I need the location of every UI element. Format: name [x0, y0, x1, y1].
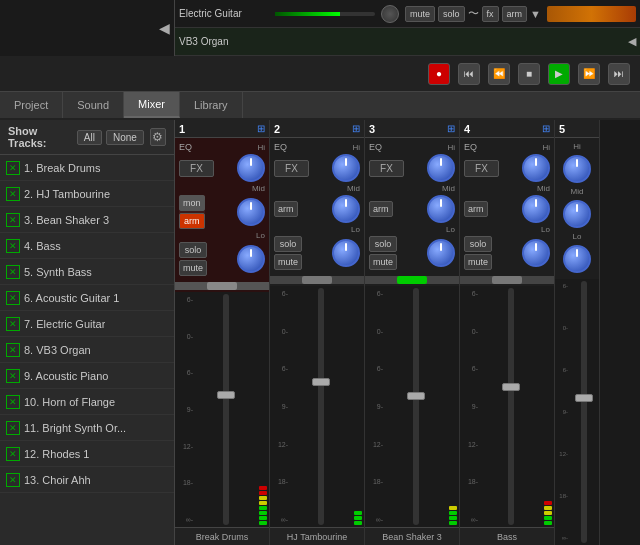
track-3-checkbox[interactable]: ✕ — [6, 213, 20, 227]
channel-3-lo-knob[interactable] — [427, 239, 455, 267]
channel-4-mid-knob[interactable] — [522, 195, 550, 223]
channel-3-grid-icon[interactable]: ⊞ — [447, 123, 455, 134]
channel-2-lo-knob[interactable] — [332, 239, 360, 267]
list-item[interactable]: ✕ 13. Choir Ahh — [0, 467, 174, 493]
channel-4-fx-button[interactable]: FX — [464, 160, 499, 177]
channel-1-fader-thumb[interactable] — [217, 391, 235, 399]
channel-1-send-knob[interactable] — [207, 282, 237, 290]
list-item[interactable]: ✕ 4. Bass — [0, 233, 174, 259]
channel-3-arm-button[interactable]: arm — [369, 201, 393, 217]
list-item[interactable]: ✕ 6. Acoustic Guitar 1 — [0, 285, 174, 311]
track-5-checkbox[interactable]: ✕ — [6, 265, 20, 279]
list-item[interactable]: ✕ 8. VB3 Organ — [0, 337, 174, 363]
scroll-arrow-icon[interactable]: ◀ — [159, 20, 170, 36]
channel-5-lo-knob[interactable] — [563, 245, 591, 273]
list-item[interactable]: ✕ 3. Bean Shaker 3 — [0, 207, 174, 233]
track-4-checkbox[interactable]: ✕ — [6, 239, 20, 253]
channel-4-mute-button[interactable]: mute — [464, 254, 492, 270]
electric-guitar-fx-button[interactable]: fx — [482, 6, 499, 22]
channel-4-solo-button[interactable]: solo — [464, 236, 492, 252]
track-1-checkbox[interactable]: ✕ — [6, 161, 20, 175]
rewind-button[interactable]: ⏪ — [488, 63, 510, 85]
track-11-checkbox[interactable]: ✕ — [6, 421, 20, 435]
scale-inf: ∞- — [177, 516, 193, 523]
channel-2-send-knob[interactable] — [302, 276, 332, 284]
organ-arrow-icon[interactable]: ◀ — [628, 35, 636, 48]
channel-4-arm-button[interactable]: arm — [464, 201, 488, 217]
list-item[interactable]: ✕ 2. HJ Tambourine — [0, 181, 174, 207]
channel-3-solo-button[interactable]: solo — [369, 236, 397, 252]
channel-1-mon-button[interactable]: mon — [179, 195, 205, 211]
channel-1-hi-knob[interactable] — [237, 154, 265, 182]
list-item[interactable]: ✕ 1. Break Drums — [0, 155, 174, 181]
stop-button[interactable]: ■ — [518, 63, 540, 85]
channel-1-fx-button[interactable]: FX — [179, 160, 214, 177]
electric-guitar-solo-button[interactable]: solo — [438, 6, 465, 22]
channel-5-mid-knob[interactable] — [563, 200, 591, 228]
channel-2-solo-button[interactable]: solo — [274, 236, 302, 252]
tab-project[interactable]: Project — [0, 92, 63, 118]
play-button[interactable]: ▶ — [548, 63, 570, 85]
channel-2-fader-rail[interactable] — [318, 288, 324, 525]
channel-1-lo-knob[interactable] — [237, 245, 265, 273]
main-content: Show Tracks: All None ⚙ ✕ 1. Break Drums… — [0, 120, 640, 545]
channel-3-fader-rail[interactable] — [413, 288, 419, 525]
list-item[interactable]: ✕ 11. Bright Synth Or... — [0, 415, 174, 441]
electric-guitar-mute-button[interactable]: mute — [405, 6, 435, 22]
channel-2-fader-thumb[interactable] — [312, 378, 330, 386]
prev-button[interactable]: ⏮ — [458, 63, 480, 85]
top-header-area: ◀ Electric Guitar mute solo 〜 fx arm ▼ V… — [0, 0, 640, 56]
channel-2-mute-button[interactable]: mute — [274, 254, 302, 270]
settings-gear-button[interactable]: ⚙ — [150, 128, 166, 146]
tab-library[interactable]: Library — [180, 92, 243, 118]
record-button[interactable]: ● — [428, 63, 450, 85]
list-item[interactable]: ✕ 10. Horn of Flange — [0, 389, 174, 415]
channel-1-grid-icon[interactable]: ⊞ — [257, 123, 265, 134]
list-item[interactable]: ✕ 5. Synth Bass — [0, 259, 174, 285]
channel-3-hi-knob[interactable] — [427, 154, 455, 182]
track-12-checkbox[interactable]: ✕ — [6, 447, 20, 461]
list-item[interactable]: ✕ 12. Rhodes 1 — [0, 441, 174, 467]
channel-4-send-knob[interactable] — [492, 276, 522, 284]
tab-sound[interactable]: Sound — [63, 92, 124, 118]
tab-mixer[interactable]: Mixer — [124, 92, 180, 118]
all-filter-button[interactable]: All — [77, 130, 102, 145]
track-6-checkbox[interactable]: ✕ — [6, 291, 20, 305]
channel-5-fader-thumb[interactable] — [575, 394, 593, 402]
list-item[interactable]: ✕ 9. Acoustic Piano — [0, 363, 174, 389]
channel-2-arm-button[interactable]: arm — [274, 201, 298, 217]
channel-1-fader-rail[interactable] — [223, 294, 229, 525]
none-filter-button[interactable]: None — [106, 130, 144, 145]
track-2-checkbox[interactable]: ✕ — [6, 187, 20, 201]
channel-4-fader-thumb[interactable] — [502, 383, 520, 391]
list-item[interactable]: ✕ 7. Electric Guitar — [0, 311, 174, 337]
channel-2-mid-knob[interactable] — [332, 195, 360, 223]
forward-button[interactable]: ⏩ — [578, 63, 600, 85]
track-8-checkbox[interactable]: ✕ — [6, 343, 20, 357]
channel-1-arm-button[interactable]: arm — [179, 213, 205, 229]
channel-2-grid-icon[interactable]: ⊞ — [352, 123, 360, 134]
channel-3-fx-button[interactable]: FX — [369, 160, 404, 177]
channel-4-lo-knob[interactable] — [522, 239, 550, 267]
channel-4-grid-icon[interactable]: ⊞ — [542, 123, 550, 134]
track-7-checkbox[interactable]: ✕ — [6, 317, 20, 331]
channel-3-fader-thumb[interactable] — [407, 392, 425, 400]
track-10-checkbox[interactable]: ✕ — [6, 395, 20, 409]
channel-5-fader-rail[interactable] — [581, 281, 587, 543]
next-button[interactable]: ⏭ — [608, 63, 630, 85]
channel-1-mid-knob[interactable] — [237, 198, 265, 226]
channel-3-mid-knob[interactable] — [427, 195, 455, 223]
channel-3-send-indicator[interactable] — [397, 276, 427, 284]
channel-1-mute-button[interactable]: mute — [179, 260, 207, 276]
channel-2-fx-button[interactable]: FX — [274, 160, 309, 177]
track-9-checkbox[interactable]: ✕ — [6, 369, 20, 383]
channel-2-hi-knob[interactable] — [332, 154, 360, 182]
electric-guitar-arm-button[interactable]: arm — [502, 6, 528, 22]
channel-4-fader-rail[interactable] — [508, 288, 514, 525]
dropdown-icon[interactable]: ▼ — [530, 8, 541, 20]
channel-1-solo-button[interactable]: solo — [179, 242, 207, 258]
channel-3-mute-button[interactable]: mute — [369, 254, 397, 270]
track-13-checkbox[interactable]: ✕ — [6, 473, 20, 487]
channel-4-hi-knob[interactable] — [522, 154, 550, 182]
channel-5-hi-knob[interactable] — [563, 155, 591, 183]
